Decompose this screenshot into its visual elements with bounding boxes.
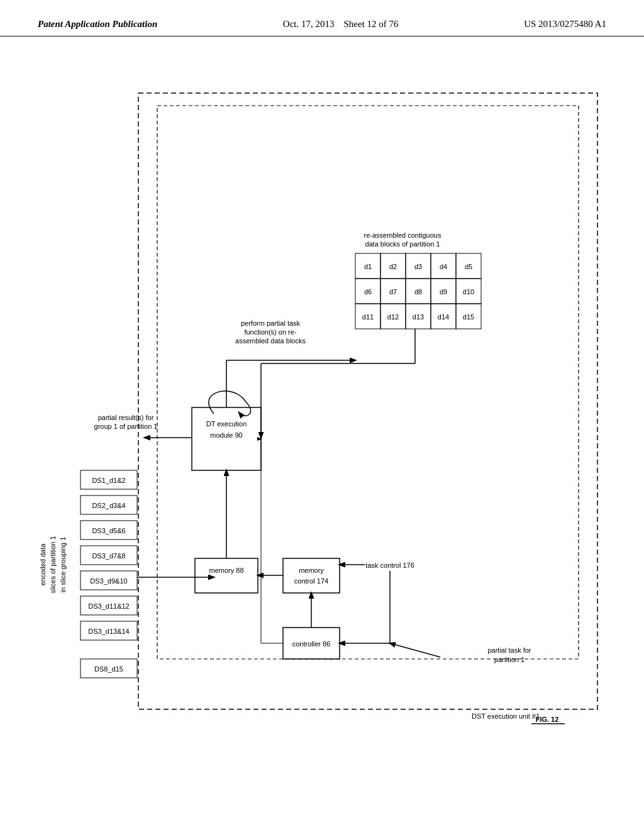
d9-cell: d9 (440, 288, 447, 296)
grouping-label: in slice grouping 1 (59, 537, 67, 593)
d7-cell: d7 (389, 288, 397, 296)
memory-label: memory 88 (209, 567, 243, 574)
slices-label: slices of partition 1 (49, 536, 57, 593)
publication-date: Oct. 17, 2013 Sheet 12 of 76 (283, 19, 399, 30)
patent-number: US 2013/0275480 A1 (524, 19, 606, 30)
d15-cell: d15 (463, 313, 474, 321)
fig-label: FIG. 12 (536, 716, 559, 723)
memory-control-label: memory (299, 567, 324, 574)
perform-partial-label: perform partial task (241, 319, 301, 327)
d3-cell: d3 (414, 263, 422, 270)
publication-title: Patent Application Publication (38, 19, 157, 30)
data-blocks-label: data blocks of partition 1 (365, 240, 440, 248)
diagram-area: DST execution unit #1 encoded data slice… (0, 43, 644, 810)
svg-line-25 (390, 643, 440, 657)
function-on-label: function(s) on re- (244, 328, 296, 336)
svg-rect-13 (192, 407, 261, 470)
d13-cell: d13 (413, 313, 424, 321)
svg-rect-0 (138, 93, 597, 709)
ds3e-label: DS3_d13&14 (88, 628, 129, 635)
svg-rect-1 (157, 106, 579, 659)
partition1-label: partition 1 (494, 656, 525, 663)
page-header: Patent Application Publication Oct. 17, … (0, 0, 644, 36)
svg-rect-11 (195, 558, 258, 593)
d2-cell: d2 (389, 263, 397, 270)
partial-result-label: partial result(s) for (98, 414, 154, 421)
d1-cell: d1 (364, 263, 372, 270)
d6-cell: d6 (364, 288, 372, 296)
assembled-label: assembled data blocks (235, 337, 306, 345)
d11-cell: d11 (362, 313, 374, 321)
dst-label: DST execution unit #1 (472, 712, 540, 720)
ds3c-label: DS3_d9&10 (90, 577, 127, 585)
reassembled-label: re-assembled contiguous (364, 231, 441, 239)
ds3a-label: DS3_d5&6 (92, 527, 125, 534)
svg-rect-15 (283, 558, 340, 593)
d5-cell: d5 (465, 263, 472, 270)
ds3b-label: DS3_d7&8 (92, 552, 125, 560)
dt-exec-label: DT execution (206, 420, 247, 428)
ds3d-label: DS3_d11&12 (88, 602, 129, 610)
ds8-label: DS8_d15 (94, 665, 123, 673)
encoded-data-label: encoded data (39, 543, 47, 586)
partial-task-label: partial task for (487, 646, 531, 654)
ds1-label: DS1_d1&2 (92, 477, 125, 484)
controller-label: controller 86 (292, 640, 331, 648)
partial-result2-label: group 1 of partition 1 (94, 423, 158, 430)
d8-cell: d8 (414, 288, 422, 296)
d4-cell: d4 (440, 263, 447, 270)
d12-cell: d12 (387, 313, 399, 321)
task-control-label: task control 176 (365, 562, 414, 569)
ds2-label: DS2_d3&4 (92, 502, 125, 509)
memory-control2-label: control 174 (294, 577, 328, 585)
dt-module-label: module 90 (210, 431, 242, 439)
d10-cell: d10 (463, 288, 474, 296)
d14-cell: d14 (438, 313, 449, 321)
